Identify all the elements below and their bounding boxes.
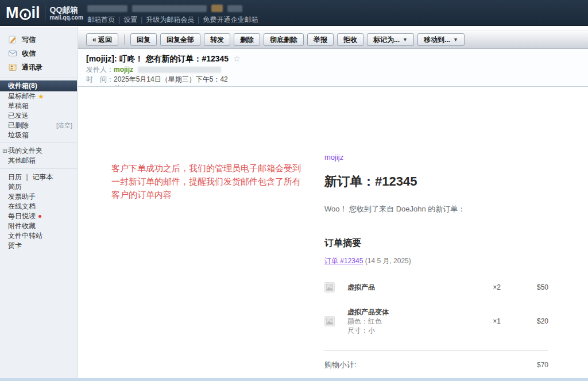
header-nav: 邮箱首页|设置|升级为邮箱会员|免费开通企业邮箱 — [87, 15, 258, 25]
nav-enterprise-mail[interactable]: 免费开通企业邮箱 — [203, 16, 258, 24]
sent-label: 已发送 — [8, 111, 29, 121]
sidebar-item-compose[interactable]: 写信 — [8, 33, 77, 47]
nav-separator: | — [141, 16, 142, 24]
item-attr-color: 颜色：红色 — [347, 317, 479, 326]
order-summary-title: 订单摘要 — [324, 237, 548, 249]
app-header: M il QQ邮箱 mail.qq.com 邮箱首页|设置|升级为邮箱会员|免费… — [0, 0, 588, 26]
subject-text: [mojijz]: 叮咚！ 您有新的订单：#12345 — [86, 54, 229, 63]
sender-name[interactable]: mojijz — [114, 66, 133, 74]
message-subject: [mojijz]: 叮咚！ 您有新的订单：#12345 ☆ — [86, 54, 588, 64]
nav-settings[interactable]: 设置 — [123, 16, 137, 24]
forward-button[interactable]: 转发 — [204, 33, 230, 46]
daily-reading-label: 每日悦读 — [8, 211, 36, 221]
star-toggle-icon[interactable]: ☆ — [233, 54, 241, 63]
other-mailboxes-label: 其他邮箱 — [8, 156, 36, 166]
order-totals: 购物小计: $70 折扣: -$10 配送: 统一费率 $5 总计: $65 — [324, 360, 548, 375]
calendar-notes-label: 日历 ｜ 记事本 — [8, 172, 53, 182]
subtotal-value: $70 — [537, 361, 548, 369]
check-mail-label: 收信 — [22, 49, 36, 59]
meta-time-row: 时 间： 2025年5月14日（星期三）下午5：42 — [86, 75, 588, 84]
from-label: 发件人： — [86, 66, 114, 74]
annotation-note: 客户下单成功之后，我们的管理员电子邮箱会受到一封新订单的邮件，提醒我们发货邮件包… — [111, 161, 301, 201]
item-price: $20 — [514, 317, 548, 325]
report-button[interactable]: 举报 — [307, 33, 334, 46]
attachment-favorites-label: 附件收藏 — [8, 221, 36, 231]
invoice-helper-label: 发票助手 — [8, 192, 36, 202]
message-body: 客户下单成功之后，我们的管理员电子邮箱会受到一封新订单的邮件，提醒我们发货邮件包… — [78, 87, 588, 375]
mail-toolbar: « 返回 回复 回复全部 转发 删除 彻底删除 举报 拒收 标记为... ▼ 移… — [78, 30, 588, 49]
item-info: 虚拟产品 — [347, 283, 479, 292]
toolbar-separator — [124, 34, 125, 45]
sidebar: 写信 收信 通讯录 收件箱(8) 星标邮件 ★ — [0, 27, 78, 381]
item-attr-size: 尺寸：小 — [347, 326, 479, 335]
online-docs-label: 在线文档 — [8, 202, 36, 211]
product-image-placeholder-icon — [324, 316, 335, 326]
redacted-account-3 — [227, 5, 242, 12]
qqmail-logo[interactable]: M il QQ邮箱 mail.qq.com — [6, 4, 83, 22]
sidebar-item-attachment-favorites[interactable]: 附件收藏 — [0, 221, 77, 231]
back-button[interactable]: « 返回 — [86, 33, 118, 46]
sidebar-item-daily-reading[interactable]: 每日悦读 — [0, 211, 77, 221]
sidebar-item-resume[interactable]: 简历 — [0, 182, 77, 192]
empty-deleted-link[interactable]: [清空] — [56, 121, 72, 130]
sidebar-folders-section: 收件箱(8) 星标邮件 ★ 草稿箱 已发送 已删除 [清空] 垃圾箱 — [0, 78, 77, 143]
sidebar-item-my-folders[interactable]: ⊞ 我的文件夹 — [0, 146, 77, 156]
sidebar-item-calendar-notes[interactable]: 日历 ｜ 记事本 — [0, 172, 77, 182]
redacted-account-1 — [87, 5, 127, 12]
store-link[interactable]: mojijz — [324, 153, 548, 161]
item-name: 虚拟产品变体 — [347, 307, 479, 317]
drafts-label: 草稿箱 — [8, 101, 29, 111]
time-label: 时 间： — [86, 75, 114, 84]
reject-button[interactable]: 拒收 — [337, 33, 363, 46]
sidebar-item-spam[interactable]: 垃圾箱 — [0, 130, 77, 140]
expand-icon[interactable]: ⊞ — [2, 148, 8, 154]
item-info: 虚拟产品变体 颜色：红色 尺寸：小 — [347, 307, 479, 335]
sidebar-item-invoice-helper[interactable]: 发票助手 — [0, 192, 77, 202]
sidebar-item-check-mail[interactable]: 收信 — [8, 47, 77, 60]
chevron-down-icon: ▼ — [453, 37, 458, 43]
star-icon: ★ — [38, 93, 44, 101]
main-panel: « 返回 回复 回复全部 转发 删除 彻底删除 举报 拒收 标记为... ▼ 移… — [78, 27, 588, 378]
item-quantity: ×2 — [479, 283, 514, 291]
order-date: (14 5 月, 2025) — [365, 257, 411, 265]
inbox-label: 收件箱(8) — [8, 81, 37, 91]
mark-as-label: 标记为... — [373, 35, 400, 45]
reply-button[interactable]: 回复 — [130, 33, 157, 46]
sidebar-apps-section: 日历 ｜ 记事本 简历 发票助手 在线文档 每日悦读 附件收藏 文件中转站 贺卡 — [0, 169, 77, 254]
totals-divider — [324, 350, 548, 351]
brand-name: QQ邮箱 — [50, 6, 83, 14]
email-content: mojijz 新订单：#12345 Woo！ 您收到了来自 DoeJohn 的新… — [324, 153, 548, 375]
sidebar-item-inbox[interactable]: 收件箱(8) — [0, 80, 77, 91]
sidebar-item-file-transfer[interactable]: 文件中转站 — [0, 231, 77, 241]
pencil-icon — [8, 35, 17, 44]
reply-all-button[interactable]: 回复全部 — [160, 33, 200, 46]
mark-as-dropdown[interactable]: 标记为... ▼ — [367, 33, 414, 46]
account-info-redacted — [87, 5, 242, 12]
delete-permanently-button[interactable]: 彻底删除 — [264, 33, 304, 46]
redacted-account-2 — [132, 5, 207, 12]
sidebar-item-starred[interactable]: 星标邮件 ★ — [0, 91, 77, 101]
move-to-dropdown[interactable]: 移动到... ▼ — [417, 33, 465, 46]
sidebar-item-sent[interactable]: 已发送 — [0, 111, 77, 121]
sidebar-item-deleted[interactable]: 已删除 [清空] — [0, 121, 77, 130]
my-folders-label: 我的文件夹 — [8, 146, 42, 156]
nav-mail-home[interactable]: 邮箱首页 — [87, 16, 115, 24]
sidebar-myfolders-section: ⊞ 我的文件夹 其他邮箱 — [0, 143, 77, 169]
greeting-card-label: 贺卡 — [8, 241, 22, 251]
delete-button[interactable]: 删除 — [234, 33, 260, 46]
subtotal-row: 购物小计: $70 — [324, 360, 548, 370]
nav-upgrade-vip[interactable]: 升级为邮箱会员 — [146, 16, 194, 24]
sidebar-compose-section: 写信 收信 通讯录 — [0, 27, 77, 78]
logo-a-circle-icon — [20, 9, 31, 20]
order-meta-line: 订单 #12345 (14 5 月, 2025) — [324, 256, 548, 266]
order-intro: Woo！ 您收到了来自 DoeJohn 的新订单： — [324, 204, 548, 214]
sidebar-item-drafts[interactable]: 草稿箱 — [0, 101, 77, 111]
sidebar-item-contacts[interactable]: 通讯录 — [8, 60, 77, 74]
sidebar-item-other-mailboxes[interactable]: 其他邮箱 — [0, 156, 77, 166]
order-number-link[interactable]: 订单 #12345 — [324, 257, 363, 265]
sidebar-item-greeting-card[interactable]: 贺卡 — [0, 241, 77, 251]
contacts-label: 通讯录 — [22, 63, 42, 72]
sidebar-item-online-docs[interactable]: 在线文档 — [0, 202, 77, 211]
starred-label: 星标邮件 — [8, 91, 36, 101]
product-image-placeholder-icon — [324, 282, 335, 293]
